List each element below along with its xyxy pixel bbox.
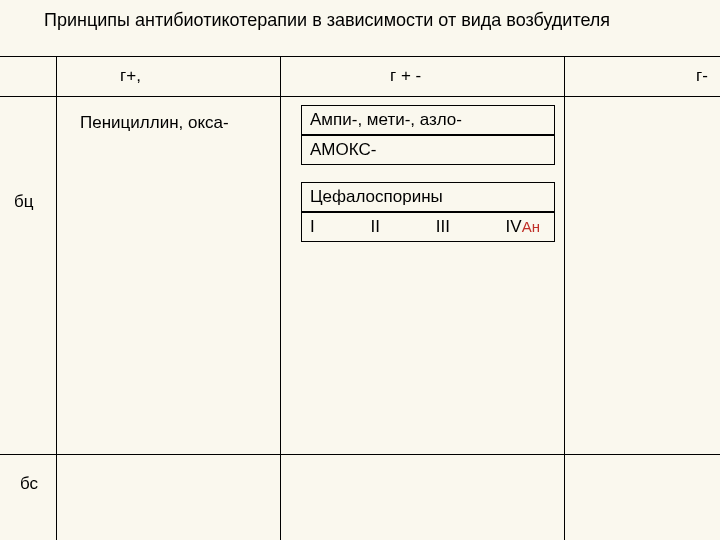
col-header-right: г- bbox=[696, 66, 708, 86]
rule-line bbox=[564, 56, 565, 540]
col-header-left: г+, bbox=[120, 66, 141, 86]
rule-line bbox=[56, 56, 57, 540]
col-header-mid: г + - bbox=[390, 66, 421, 86]
rule-line bbox=[0, 96, 720, 97]
roman-4: IVАн bbox=[506, 217, 540, 237]
page-title: Принципы антибиотикотерапии в зависимост… bbox=[44, 10, 610, 31]
roman-2: II bbox=[370, 217, 379, 237]
roman-3: III bbox=[436, 217, 450, 237]
row-label-bc: бц bbox=[14, 192, 33, 212]
box-romans: I II III IVАн bbox=[301, 212, 555, 242]
box-cefalo: Цефалоспорины bbox=[301, 182, 555, 212]
cell-penicillin: Пенициллин, окса- bbox=[80, 113, 229, 133]
roman-1: I bbox=[310, 217, 315, 237]
row-label-bs: бс bbox=[20, 474, 38, 494]
rule-line bbox=[280, 56, 281, 540]
rule-line bbox=[0, 454, 720, 455]
rule-line bbox=[0, 56, 720, 57]
box-amoks: АМОКС- bbox=[301, 135, 555, 165]
box-ampi: Ампи-, мети-, азло- bbox=[301, 105, 555, 135]
